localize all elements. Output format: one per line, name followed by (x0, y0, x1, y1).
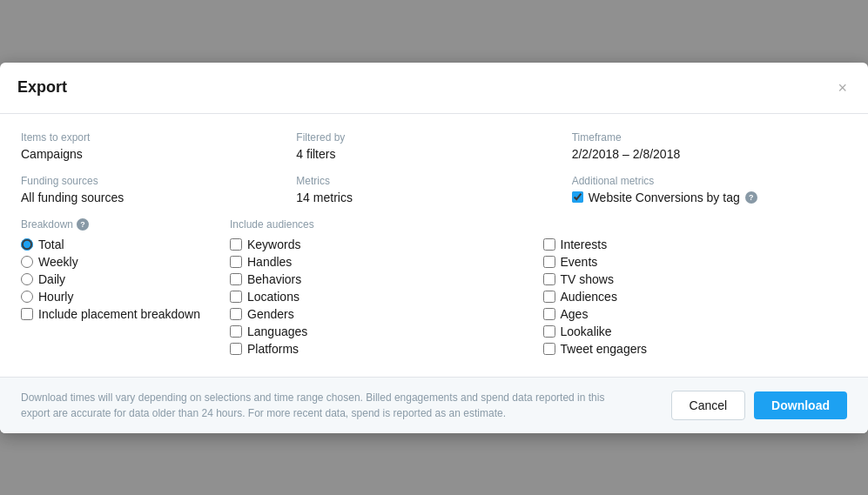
audience-platforms-label: Platforms (247, 342, 299, 356)
audience-events-checkbox[interactable] (543, 256, 555, 268)
audience-keywords-label: Keywords (247, 237, 300, 251)
breakdown-weekly-radio[interactable] (21, 256, 33, 268)
timeframe-value: 2/2/2018 – 2/8/2018 (572, 147, 830, 161)
website-conversions-item: Website Conversions by tag ? (572, 191, 830, 204)
modal-body: Items to export Campaigns Filtered by 4 … (0, 114, 868, 377)
breakdown-total-radio[interactable] (21, 238, 33, 251)
breakdown-hourly-radio[interactable] (21, 291, 33, 303)
items-to-export-col: Items to export Campaigns (21, 131, 296, 161)
modal-overlay: Export × Items to export Campaigns Filte… (0, 0, 868, 495)
breakdown-weekly-label: Weekly (38, 255, 78, 269)
breakdown-radio-group: Total Weekly Daily Hourly (21, 237, 230, 321)
funding-sources-label: Funding sources (21, 175, 279, 187)
audience-ages-checkbox[interactable] (543, 308, 555, 320)
audience-tv-shows[interactable]: TV shows (543, 272, 848, 286)
audience-behaviors[interactable]: Behaviors (230, 272, 535, 286)
audience-tv-shows-checkbox[interactable] (543, 273, 555, 285)
breakdown-header: Breakdown ? (21, 218, 230, 231)
breakdown-col: Breakdown ? Total Weekly (21, 218, 230, 359)
breakdown-total[interactable]: Total (21, 237, 230, 251)
audience-behaviors-checkbox[interactable] (230, 273, 242, 285)
funding-sources-col: Funding sources All funding sources (21, 175, 296, 204)
breakdown-section: Breakdown ? Total Weekly (21, 218, 847, 359)
funding-sources-value: All funding sources (21, 191, 279, 204)
audience-locations-checkbox[interactable] (230, 291, 242, 303)
footer-buttons: Cancel Download (671, 391, 847, 420)
audience-languages-label: Languages (247, 324, 307, 338)
items-to-export-value: Campaigns (21, 147, 279, 161)
audience-tweet-engagers[interactable]: Tweet engagers (543, 342, 848, 356)
include-audiences-header: Include audiences (230, 218, 847, 231)
modal-header: Export × (0, 63, 868, 114)
breakdown-daily-label: Daily (38, 272, 65, 286)
audience-lookalike[interactable]: Lookalike (543, 324, 848, 338)
audience-platforms[interactable]: Platforms (230, 342, 535, 356)
top-fields-row: Items to export Campaigns Filtered by 4 … (21, 131, 847, 161)
audience-audiences[interactable]: Audiences (543, 290, 848, 304)
metrics-label: Metrics (296, 175, 554, 187)
export-modal: Export × Items to export Campaigns Filte… (0, 63, 868, 433)
close-button[interactable]: × (834, 77, 851, 99)
audience-keywords[interactable]: Keywords (230, 237, 535, 251)
breakdown-label: Breakdown (21, 218, 73, 231)
audience-tweet-engagers-label: Tweet engagers (561, 342, 648, 356)
audience-handles-checkbox[interactable] (230, 256, 242, 268)
include-placement-label: Include placement breakdown (38, 307, 200, 321)
breakdown-daily[interactable]: Daily (21, 272, 230, 286)
breakdown-total-label: Total (38, 237, 64, 251)
audience-audiences-label: Audiences (561, 290, 617, 304)
modal-footer: Download times will vary depending on se… (0, 377, 868, 433)
download-button[interactable]: Download (754, 391, 847, 419)
cancel-button[interactable]: Cancel (671, 391, 746, 420)
audience-locations-label: Locations (247, 290, 299, 304)
audience-lookalike-label: Lookalike (561, 324, 612, 338)
website-conversions-help-icon[interactable]: ? (745, 191, 757, 204)
audience-platforms-checkbox[interactable] (230, 343, 242, 355)
audience-audiences-checkbox[interactable] (543, 291, 555, 303)
additional-metrics-label: Additional metrics (572, 175, 830, 187)
include-placement-item[interactable]: Include placement breakdown (21, 307, 230, 321)
audience-locations[interactable]: Locations (230, 290, 535, 304)
audience-ages-label: Ages (561, 307, 589, 321)
filtered-by-label: Filtered by (296, 131, 554, 144)
breakdown-daily-radio[interactable] (21, 273, 33, 285)
additional-metrics-col: Additional metrics Website Conversions b… (572, 175, 847, 204)
items-to-export-label: Items to export (21, 131, 279, 144)
include-audiences-col: Include audiences Keywords Handles (230, 218, 847, 359)
audience-genders-label: Genders (247, 307, 294, 321)
include-placement-checkbox[interactable] (21, 308, 33, 320)
filtered-by-col: Filtered by 4 filters (296, 131, 571, 161)
breakdown-help-icon[interactable]: ? (77, 218, 89, 231)
include-audiences-list: Keywords Handles Behaviors (230, 237, 847, 359)
audience-keywords-checkbox[interactable] (230, 238, 242, 251)
audience-languages-checkbox[interactable] (230, 325, 242, 338)
audience-tv-shows-label: TV shows (561, 272, 614, 286)
timeframe-label: Timeframe (572, 131, 830, 144)
audience-events[interactable]: Events (543, 255, 848, 269)
audience-events-label: Events (561, 255, 598, 269)
audience-tweet-engagers-checkbox[interactable] (543, 343, 555, 355)
breakdown-weekly[interactable]: Weekly (21, 255, 230, 269)
breakdown-hourly-label: Hourly (38, 290, 73, 304)
filtered-by-value: 4 filters (296, 147, 554, 161)
audience-languages[interactable]: Languages (230, 324, 535, 338)
middle-fields-row: Funding sources All funding sources Metr… (21, 175, 847, 204)
audience-genders-checkbox[interactable] (230, 308, 242, 320)
audience-interests-checkbox[interactable] (543, 238, 555, 251)
website-conversions-checkbox[interactable] (572, 191, 583, 203)
include-audiences-label: Include audiences (230, 218, 314, 231)
timeframe-col: Timeframe 2/2/2018 – 2/8/2018 (572, 131, 847, 161)
metrics-value: 14 metrics (296, 191, 554, 204)
metrics-col: Metrics 14 metrics (296, 175, 571, 204)
audience-behaviors-label: Behaviors (247, 272, 301, 286)
audience-ages[interactable]: Ages (543, 307, 848, 321)
modal-title: Export (17, 78, 67, 97)
breakdown-hourly[interactable]: Hourly (21, 290, 230, 304)
audience-lookalike-checkbox[interactable] (543, 325, 555, 338)
audience-handles[interactable]: Handles (230, 255, 535, 269)
audience-genders[interactable]: Genders (230, 307, 535, 321)
audience-handles-label: Handles (247, 255, 292, 269)
footer-note: Download times will vary depending on se… (21, 390, 613, 421)
audience-interests[interactable]: Interests (543, 237, 848, 251)
audience-interests-label: Interests (561, 237, 608, 251)
